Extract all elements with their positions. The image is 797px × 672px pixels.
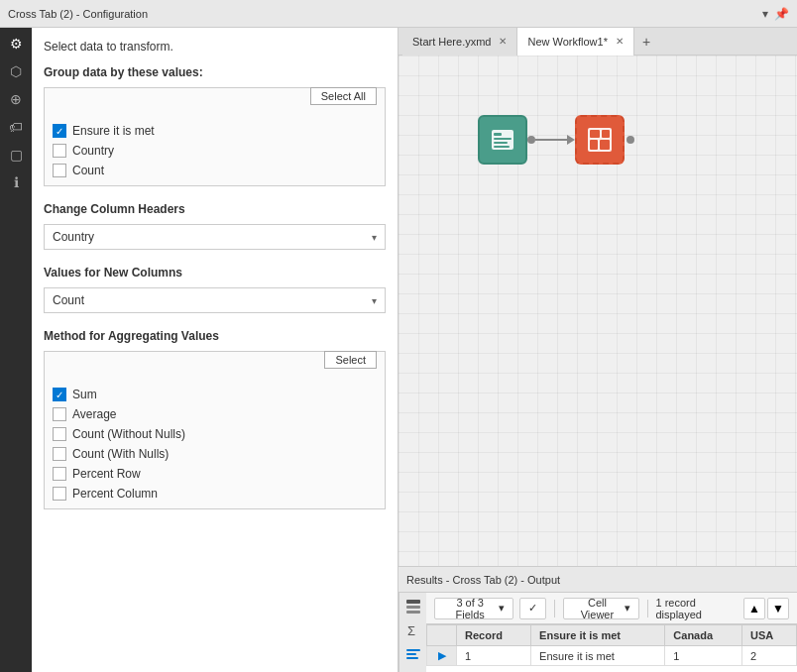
sidebar-icon-plus[interactable]: ⊕ xyxy=(4,87,28,111)
group-item-label-2: Count xyxy=(72,164,104,177)
sidebar-icon-square[interactable]: ▢ xyxy=(4,143,28,167)
config-panel: Select data to transform. Group data by … xyxy=(32,28,398,672)
nav-up-button[interactable]: ▲ xyxy=(743,598,765,619)
checkbox-percent-row[interactable] xyxy=(53,467,66,481)
tab-start-here-label: Start Here.yxmd xyxy=(412,36,491,48)
workflow-container xyxy=(478,115,634,165)
results-table-container: Record Ensure it is met Canada USA xyxy=(426,624,797,666)
canvas-area[interactable] xyxy=(398,56,797,566)
group-item-1: Country xyxy=(53,144,377,158)
group-item-label-0: Ensure it is met xyxy=(72,124,155,138)
results-header: Results - Cross Tab (2) - Output xyxy=(398,567,797,593)
checkbox-count-without[interactable] xyxy=(53,427,66,441)
cell-viewer-label: Cell Viewer xyxy=(572,597,622,620)
tab-add-button[interactable]: + xyxy=(634,30,658,54)
title-bar-text: Cross Tab (2) - Configuration xyxy=(8,8,762,20)
record-info: 1 record displayed xyxy=(655,597,738,620)
svg-text:Σ: Σ xyxy=(407,623,415,638)
method-item-average: Average xyxy=(53,407,377,421)
new-columns-arrow: ▾ xyxy=(372,295,377,306)
description-text: Select data to transform. xyxy=(44,40,386,54)
tab-bar: Start Here.yxmd ✕ New Workflow1* ✕ + xyxy=(398,28,797,56)
table-cell-canada: 1 xyxy=(665,646,742,666)
tab-start-here-close[interactable]: ✕ xyxy=(499,36,507,47)
group-data-section: Group data by these values: Select All E… xyxy=(44,65,386,186)
column-headers-dropdown[interactable]: Country ▾ xyxy=(44,224,386,250)
group-item-0: Ensure it is met xyxy=(53,124,377,138)
results-side-icon-1[interactable] xyxy=(403,597,423,616)
sidebar-icons: ⚙ ⬡ ⊕ 🏷 ▢ ℹ xyxy=(0,28,32,672)
svg-rect-7 xyxy=(602,130,610,138)
fields-confirm-button[interactable]: ✓ xyxy=(519,598,546,619)
group-item-label-1: Country xyxy=(72,144,114,158)
method-item-count-without: Count (Without Nulls) xyxy=(53,427,377,441)
svg-rect-1 xyxy=(494,133,502,136)
svg-rect-11 xyxy=(406,606,420,609)
sidebar-icon-node[interactable]: ⬡ xyxy=(4,59,28,83)
results-layout: Σ xyxy=(398,593,797,672)
svg-rect-10 xyxy=(406,600,420,604)
new-columns-label: Values for New Columns xyxy=(44,266,386,280)
tab-new-workflow[interactable]: New Workflow1* ✕ xyxy=(517,28,634,56)
table-icon xyxy=(405,599,421,615)
checkbox-percent-col[interactable] xyxy=(53,487,66,501)
group-section-label: Group data by these values: xyxy=(44,65,386,79)
checkbox-country[interactable] xyxy=(53,144,66,158)
config-content: Select data to transform. Group data by … xyxy=(32,28,398,672)
results-side-icon-3[interactable] xyxy=(403,644,423,664)
column-headers-label: Change Column Headers xyxy=(44,202,386,216)
pin-icon[interactable]: 📌 xyxy=(774,7,789,21)
table-cell-record-num: 1 xyxy=(457,646,531,666)
results-content: 3 of 3 Fields ▾ ✓ Cell Viewer ▾ 1 record… xyxy=(426,593,797,672)
column-headers-section: Change Column Headers Country ▾ xyxy=(44,202,386,250)
svg-rect-6 xyxy=(590,130,600,138)
sidebar-icon-settings[interactable]: ⚙ xyxy=(4,32,28,56)
workflow-node-input[interactable] xyxy=(478,115,527,165)
checkbox-average[interactable] xyxy=(53,407,66,421)
method-item-label-average: Average xyxy=(72,407,116,421)
method-item-sum: Sum xyxy=(53,388,377,401)
method-label: Method for Aggregating Values xyxy=(44,329,386,343)
table-row: ▶ 1 Ensure it is met 1 2 xyxy=(427,646,797,666)
table-cell-ensure: Ensure it is met xyxy=(531,646,665,666)
checkbox-count[interactable] xyxy=(53,164,66,177)
group-select-all-button[interactable]: Select All xyxy=(310,87,377,105)
workflow-node-cross-tab[interactable] xyxy=(575,115,625,165)
group-box: Select All Ensure it is met Country Coun… xyxy=(44,87,386,186)
method-section: Method for Aggregating Values Select Sum… xyxy=(44,329,386,509)
svg-rect-14 xyxy=(406,649,420,651)
table-cell-usa: 2 xyxy=(741,646,796,666)
method-box: Select Sum Average Count (Without N xyxy=(44,351,386,509)
sidebar-icon-tag[interactable]: 🏷 xyxy=(4,115,28,139)
method-select-button[interactable]: Select xyxy=(324,351,377,369)
results-table: Record Ensure it is met Canada USA xyxy=(426,624,797,666)
tab-start-here[interactable]: Start Here.yxmd ✕ xyxy=(402,28,517,56)
column-headers-arrow: ▾ xyxy=(372,232,377,243)
toolbar-separator-2 xyxy=(647,600,648,617)
tab-new-workflow-close[interactable]: ✕ xyxy=(616,36,624,47)
results-side-icon-2[interactable]: Σ xyxy=(403,620,423,640)
checkbox-count-with[interactable] xyxy=(53,447,66,461)
svg-rect-15 xyxy=(406,653,416,655)
new-columns-dropdown[interactable]: Count ▾ xyxy=(44,287,386,313)
input-node-icon xyxy=(489,126,516,154)
tab-new-workflow-label: New Workflow1* xyxy=(527,36,608,48)
cell-viewer-button[interactable]: Cell Viewer ▾ xyxy=(563,598,638,619)
toolbar-separator xyxy=(554,600,555,617)
svg-rect-9 xyxy=(600,140,610,150)
new-columns-section: Values for New Columns Count ▾ xyxy=(44,266,386,313)
svg-rect-16 xyxy=(406,657,418,659)
svg-rect-8 xyxy=(590,140,598,150)
sidebar-icon-info[interactable]: ℹ xyxy=(4,170,28,194)
table-body: ▶ 1 Ensure it is met 1 2 xyxy=(427,646,797,666)
checkbox-sum[interactable] xyxy=(53,388,66,401)
table-header-rownum xyxy=(427,625,457,646)
dropdown-icon[interactable]: ▾ xyxy=(762,7,768,21)
nav-down-button[interactable]: ▼ xyxy=(767,598,789,619)
results-side-panel: Σ xyxy=(398,593,426,672)
fields-dropdown-button[interactable]: 3 of 3 Fields ▾ xyxy=(434,598,513,619)
results-panel: Results - Cross Tab (2) - Output xyxy=(398,566,797,672)
method-item-label-count-with: Count (With Nulls) xyxy=(72,447,169,461)
row-icon: ▶ xyxy=(438,649,446,661)
checkbox-ensure[interactable] xyxy=(53,124,66,138)
